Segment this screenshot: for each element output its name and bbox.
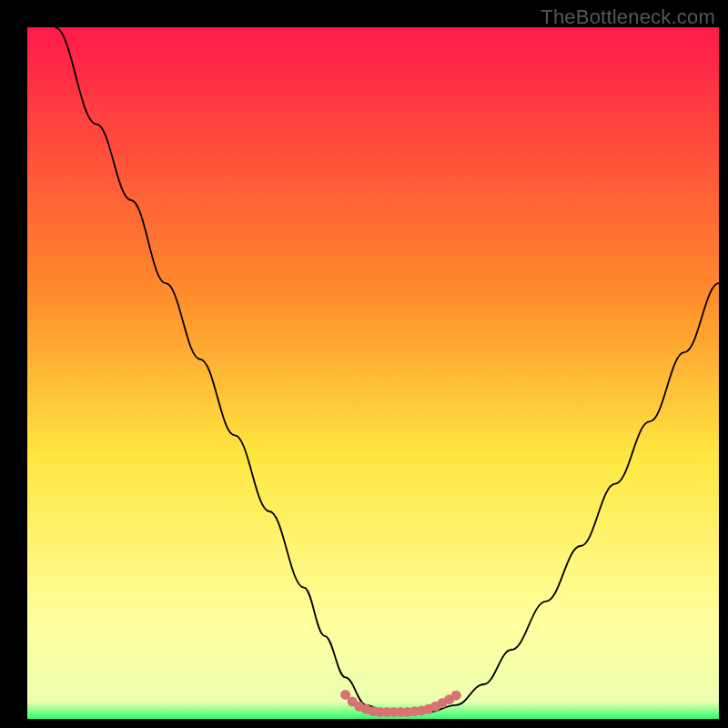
bottleneck-chart bbox=[27, 27, 719, 719]
gradient-background bbox=[27, 27, 719, 719]
attribution-label: TheBottleneck.com bbox=[541, 5, 715, 29]
plot-area bbox=[27, 27, 719, 719]
optimal-marker bbox=[451, 691, 461, 701]
